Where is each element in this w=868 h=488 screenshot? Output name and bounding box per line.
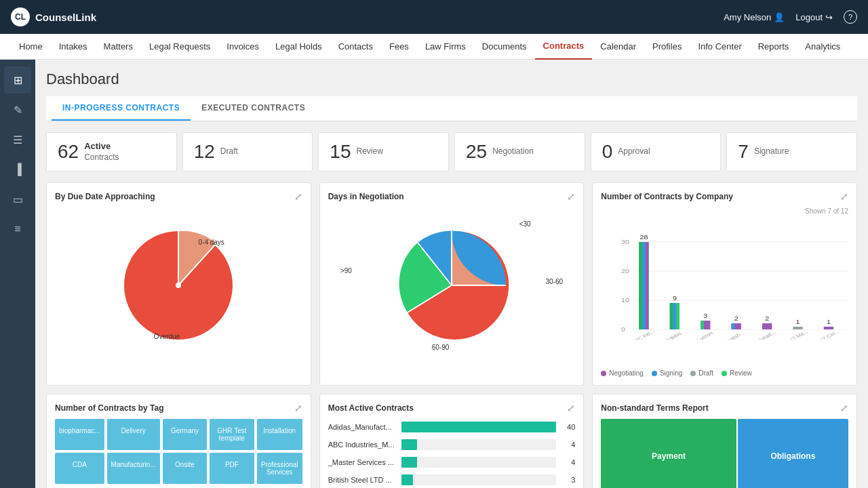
label-lt30: <30	[519, 220, 531, 228]
stat-approval-number: 0	[602, 141, 613, 163]
chart-non-standard: Non-standard Terms Report ⤢ Payment Obli…	[592, 394, 857, 488]
tag-manufacturing[interactable]: Manufacturin...	[107, 453, 160, 484]
nav-invoices[interactable]: Invoices	[218, 34, 267, 60]
nav-documents[interactable]: Documents	[474, 34, 535, 60]
legend-signing: Signing	[652, 369, 682, 377]
sidebar-item-filter[interactable]: ≡	[4, 216, 31, 243]
nav-reports[interactable]: Reports	[750, 34, 797, 60]
treemap-payment: Payment	[601, 419, 736, 488]
tag-pdf[interactable]: PDF	[210, 453, 254, 484]
tag-biopharmac[interactable]: biopharmac...	[55, 419, 104, 450]
legend-dot-signing	[652, 371, 657, 376]
expand-icon-3[interactable]: ⤢	[840, 191, 848, 202]
contract-bar-wrap-3	[401, 474, 557, 485]
sidebar-item-edit[interactable]: ✎	[4, 96, 31, 123]
help-button[interactable]: ?	[844, 10, 857, 24]
sidebar-item-briefcase[interactable]: ▭	[4, 186, 31, 213]
svg-rect-35	[824, 327, 833, 329]
svg-text:XYZ Ma...: XYZ Ma...	[785, 329, 809, 340]
nav-legal-holds[interactable]: Legal Holds	[267, 34, 330, 60]
tag-cda[interactable]: CDA	[55, 453, 104, 484]
svg-rect-19	[646, 242, 649, 329]
svg-text:YYZ Cor...: YYZ Cor...	[815, 329, 840, 340]
contract-bar-wrap-0	[401, 422, 557, 432]
tag-delivery[interactable]: Delivery	[107, 419, 160, 450]
nav-calendar[interactable]: Calendar	[592, 34, 644, 60]
svg-text:28: 28	[640, 234, 648, 241]
chart-nonstandard-title: Non-standard Terms Report	[601, 403, 708, 413]
svg-text:ABC Ind...: ABC Ind...	[631, 329, 656, 340]
stat-negotiation: 25 Negotiation	[454, 132, 585, 171]
bar-chart-svg: 0 10 20 30 28	[621, 218, 848, 340]
tag-ghr-test[interactable]: GHR Test template	[210, 419, 254, 450]
tab-in-progress[interactable]: IN-PROGRESS CONTRACTS	[52, 96, 191, 121]
tag-professional[interactable]: Professional Services	[257, 453, 302, 484]
sidebar-item-doc[interactable]: ☰	[4, 126, 31, 153]
shown-label: Shown 7 of 12	[601, 207, 848, 215]
svg-text:Adidas: Adidas	[665, 331, 683, 340]
contract-bar-3	[401, 474, 413, 485]
bar-chart-company: 0 10 20 30 28	[601, 218, 848, 367]
sidebar-item-grid[interactable]: ⊞	[4, 66, 31, 94]
chart-days-neg-title: Days in Negotiation	[328, 192, 404, 201]
topbar: CL CounselLink Amy Nelson 👤 Logout ↪ ?	[0, 0, 868, 34]
briefcase-icon: ▭	[13, 193, 23, 206]
chart-most-active: Most Active Contracts ⤢ Adidas_Manufact.…	[319, 394, 585, 488]
tag-installation[interactable]: Installation	[257, 419, 302, 450]
chart-due-date-title: By Due Date Approaching	[55, 192, 155, 201]
nav-intakes[interactable]: Intakes	[51, 34, 96, 60]
chart-company-title: Number of Contracts by Company	[601, 192, 733, 201]
nav-contracts[interactable]: Contracts	[535, 34, 593, 60]
contract-row-3: British Steel LTD ... 3	[328, 474, 576, 485]
tag-onsite[interactable]: Onsite	[163, 453, 207, 484]
contract-row-2: _Master Services ... 4	[328, 457, 576, 468]
svg-point-3	[176, 283, 181, 288]
label-overdue: Overdue	[154, 333, 180, 340]
label-gt90: >90	[340, 267, 352, 274]
expand-icon-5[interactable]: ⤢	[567, 403, 575, 413]
svg-text:1: 1	[827, 319, 831, 325]
logout-button[interactable]: Logout ↪	[795, 12, 833, 22]
stat-review: 15 Review	[318, 132, 449, 171]
expand-icon[interactable]: ⤢	[294, 191, 302, 202]
contract-count-1: 4	[561, 441, 575, 449]
expand-icon-4[interactable]: ⤢	[294, 403, 302, 413]
treemap-obligations: Obligations	[738, 419, 848, 488]
contract-count-2: 4	[561, 458, 575, 466]
nav-profiles[interactable]: Profiles	[644, 34, 690, 60]
contract-name-3: British Steel LTD ...	[328, 476, 396, 484]
logo-text: CounselLink	[35, 12, 96, 23]
nav-legal-requests[interactable]: Legal Requests	[141, 34, 218, 60]
content-area: Dashboard IN-PROGRESS CONTRACTS EXECUTED…	[35, 60, 868, 488]
filter-icon: ≡	[14, 223, 20, 235]
nav-info-center[interactable]: Info Center	[690, 34, 749, 60]
legend-dot-review	[722, 371, 727, 376]
contract-bars: Adidas_Manufact... 40 ABC Industries_M..…	[328, 422, 576, 485]
nav-matters[interactable]: Matters	[96, 34, 141, 60]
contract-bar-1	[401, 439, 417, 450]
pie-days-neg: <30 30-60 60-90 >90	[328, 207, 576, 363]
svg-rect-33	[793, 327, 803, 329]
contract-bar-wrap-1	[401, 439, 557, 450]
nav-fees[interactable]: Fees	[381, 34, 417, 60]
expand-icon-6[interactable]: ⤢	[840, 403, 848, 413]
svg-rect-29	[732, 323, 735, 329]
svg-rect-23	[673, 303, 677, 329]
expand-icon-2[interactable]: ⤢	[567, 191, 575, 202]
nav-home[interactable]: Home	[11, 34, 51, 60]
svg-rect-18	[642, 242, 646, 329]
nav-contacts[interactable]: Contacts	[330, 34, 381, 60]
treemap: Payment Obligations	[601, 419, 848, 488]
nav-law-firms[interactable]: Law Firms	[417, 34, 474, 60]
nav-analytics[interactable]: Analytics	[797, 34, 848, 60]
tab-executed[interactable]: EXECUTED CONTRACTS	[191, 96, 316, 121]
label-0-4-days: 0-4 days	[199, 239, 224, 246]
sidebar-item-chart[interactable]: ▐	[4, 156, 31, 183]
chart-by-company: Number of Contracts by Company ⤢ Shown 7…	[592, 182, 857, 386]
svg-text:30: 30	[621, 239, 629, 245]
chart-most-active-title: Most Active Contracts	[328, 403, 414, 413]
svg-rect-26	[701, 321, 704, 329]
tag-germany[interactable]: Germany	[163, 419, 207, 450]
svg-text:3: 3	[704, 312, 709, 319]
stat-active-number: 62	[58, 141, 79, 163]
